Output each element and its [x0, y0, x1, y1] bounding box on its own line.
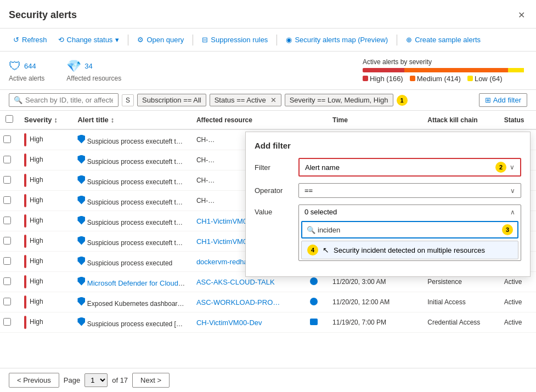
shield-icon	[77, 175, 85, 184]
row-severity: High	[19, 191, 72, 211]
value-chevron-icon: ∧	[510, 208, 515, 216]
row-aks-icon	[304, 292, 327, 313]
row-checkbox[interactable]	[0, 150, 19, 171]
row-time: 11/19/20, 7:00 PM	[327, 313, 409, 333]
row-severity: High	[19, 292, 72, 313]
active-alerts-label: Active alerts	[9, 75, 44, 82]
checkbox-header	[0, 111, 19, 129]
row-severity: High	[19, 129, 72, 150]
title-link[interactable]: Microsoft Defender for Cloud test ac…	[87, 279, 191, 287]
security-alerts-map-button[interactable]: ◉ Security alerts map (Preview)	[281, 33, 392, 47]
value-header[interactable]: 0 selected ∧	[299, 205, 521, 219]
suppression-rules-button[interactable]: ⊟ Suppression rules	[198, 33, 272, 47]
add-filter-title: Add filter	[255, 141, 521, 150]
toolbar: ↺ Refresh ⟲ Change status ▾ ⚙ Open query…	[0, 29, 536, 52]
resource-link[interactable]: dockervm-redhat	[196, 258, 250, 266]
table-container: Add filter Filter Alert name 2 ∨ Operato…	[0, 111, 536, 368]
row-checkbox[interactable]	[0, 191, 19, 211]
severity-chip[interactable]: Severity == Low, Medium, High	[285, 94, 393, 106]
low-legend: Low (64)	[467, 75, 503, 83]
resource-link[interactable]: ASC-AKS-CLOUD-TALK	[196, 278, 275, 286]
row-severity: High	[19, 211, 72, 231]
next-button[interactable]: Next >	[132, 373, 170, 388]
of-label: of 17	[112, 376, 128, 384]
open-query-button[interactable]: ⚙ Open query	[133, 33, 188, 47]
operator-chevron-icon: ∨	[510, 187, 515, 195]
time-header: Time	[327, 111, 409, 129]
row-checkbox[interactable]	[0, 231, 19, 252]
row-checkbox[interactable]	[0, 129, 19, 150]
security-alerts-panel: Security alerts ✕ ↺ Refresh ⟲ Change sta…	[0, 0, 536, 392]
row-title: Suspicious process executeft tool ex…	[72, 191, 190, 211]
alert-title-header[interactable]: Alert title ↕	[72, 111, 190, 129]
add-filter-button[interactable]: ⊞ Add filter	[479, 93, 527, 107]
status-chip[interactable]: Status == Active ✕	[210, 94, 281, 106]
filter-bar: 🔍 S Subscription == All Status == Active…	[0, 90, 536, 111]
severity-header[interactable]: Severity ↕	[19, 111, 72, 129]
value-search-input[interactable]	[318, 226, 500, 234]
previous-button[interactable]: < Previous	[9, 373, 59, 388]
high-legend: High (166)	[363, 75, 403, 83]
vm-icon	[310, 319, 318, 325]
change-status-button[interactable]: ⟲ Change status ▾	[54, 33, 124, 47]
close-button[interactable]: ✕	[516, 8, 527, 22]
severity-bar	[363, 68, 527, 72]
search-icon: 🔍	[14, 96, 22, 104]
refresh-button[interactable]: ↺ Refresh	[9, 33, 52, 47]
operator-dropdown[interactable]: == ∨	[298, 183, 521, 198]
query-icon: ⚙	[137, 36, 144, 44]
row-checkbox[interactable]	[0, 171, 19, 191]
table-header-row: Severity ↕ Alert title ↕ Affected resour…	[0, 111, 536, 129]
row-checkbox[interactable]	[0, 313, 19, 333]
separator	[277, 35, 277, 46]
table-row[interactable]: High Suspicious process executed [seen ……	[0, 313, 536, 333]
row-checkbox[interactable]	[0, 211, 19, 231]
row-checkbox[interactable]	[0, 292, 19, 313]
shield-icon	[77, 297, 85, 306]
filter-dropdown[interactable]: Alert name 2 ∨	[298, 158, 521, 177]
search-input[interactable]	[25, 96, 113, 104]
row-status: Active	[499, 292, 536, 313]
value-search-icon: 🔍	[307, 226, 315, 234]
shield-icon	[77, 317, 85, 326]
search-box[interactable]: 🔍	[9, 93, 119, 107]
aks-icon	[310, 277, 318, 285]
subscription-filter-chip: S	[122, 94, 134, 106]
resource-link[interactable]: ASC-WORKLOAD-PRO…	[196, 298, 280, 306]
page-select[interactable]: 1	[84, 373, 108, 387]
row-vm-icon	[304, 313, 327, 333]
create-sample-button[interactable]: ⊕ Create sample alerts	[402, 33, 485, 47]
row-checkbox[interactable]	[0, 252, 19, 272]
refresh-icon: ↺	[13, 36, 19, 44]
search-badge-3: 3	[502, 224, 513, 235]
sort-icon: ↕	[54, 116, 58, 124]
col-empty	[304, 111, 327, 129]
shield-icon: 🛡	[9, 59, 21, 73]
panel-title: Security alerts	[9, 9, 516, 21]
sort-icon: ↕	[111, 116, 115, 124]
resource-link[interactable]: CH-VictimVM00-Dev	[196, 319, 262, 327]
row-chain: Credential Access	[422, 313, 499, 333]
severity-chart: Active alerts by severity High (166) Med…	[363, 58, 527, 83]
add-filter-icon: ⊞	[485, 96, 491, 104]
suggestion-item[interactable]: 4 ↖ Security incident detected on multip…	[301, 241, 518, 259]
table-row[interactable]: High Exposed Kubernetes dashboard det… A…	[0, 292, 536, 313]
active-alerts-stat: 🛡 644 Active alerts	[9, 59, 44, 82]
value-search-box[interactable]: 🔍 3	[301, 221, 518, 238]
row-title: Suspicious process executeft tool ex…	[72, 129, 190, 150]
resource-icon: 💎	[66, 59, 81, 73]
status-chip-close[interactable]: ✕	[270, 96, 277, 104]
row-checkbox[interactable]	[0, 272, 19, 292]
status-header: Status	[499, 111, 536, 129]
row-severity: High	[19, 252, 72, 272]
row-col2	[409, 292, 422, 313]
resource-link[interactable]: CH1-VictimVM00	[196, 217, 251, 225]
subscription-chip[interactable]: Subscription == All	[137, 94, 206, 106]
value-field-row: Value 0 selected ∧ 🔍 3 4 ↖ Security in	[255, 204, 521, 261]
row-title: Exposed Kubernetes dashboard det…	[72, 292, 190, 313]
filter-badge-2: 2	[495, 162, 506, 173]
value-dropdown: 0 selected ∧ 🔍 3 4 ↖ Security incident d…	[298, 204, 521, 261]
add-filter-overlay: Add filter Filter Alert name 2 ∨ Operato…	[245, 132, 531, 277]
select-all-checkbox[interactable]	[5, 115, 13, 123]
affected-resources-count: 34	[84, 62, 92, 70]
